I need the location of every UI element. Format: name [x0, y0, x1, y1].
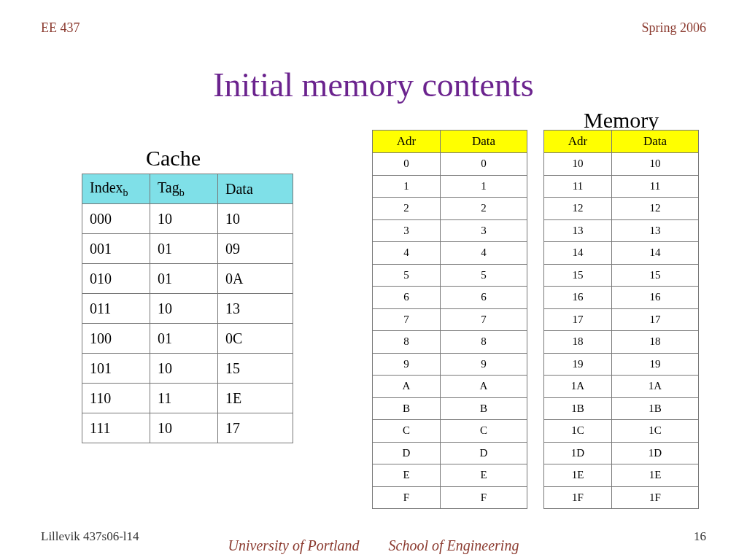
cache-cell-index: 110	[82, 384, 150, 413]
cache-cell-tag: 01	[150, 234, 218, 264]
table-row: 1E1E	[544, 464, 699, 487]
table-row: 0010109	[82, 234, 293, 264]
cache-cell-data: 0A	[218, 264, 293, 294]
table-row: BB	[373, 397, 527, 420]
table-row: 1B1B	[544, 397, 699, 420]
memory-header-adr: Adr	[373, 131, 441, 153]
mem-cell-adr: 14	[544, 242, 612, 265]
table-row: 11	[373, 175, 527, 198]
term: Spring 2006	[641, 20, 706, 36]
table-row: 1313	[544, 219, 699, 242]
table-row: CC	[373, 420, 527, 443]
mem-cell-adr: 16	[544, 287, 612, 309]
table-row: 44	[373, 242, 527, 265]
table-row: AA	[373, 376, 527, 398]
cache-cell-index: 010	[82, 264, 150, 294]
mem-cell-data: A	[441, 376, 527, 398]
table-row: 33	[373, 219, 527, 242]
mem-cell-adr: 1B	[544, 397, 612, 420]
mem-cell-adr: C	[373, 420, 441, 443]
cache-cell-index: 101	[82, 354, 150, 384]
cache-cell-data: 13	[218, 294, 293, 324]
mem-cell-adr: 19	[544, 353, 612, 376]
cache-header-tag: Tagb	[150, 174, 218, 204]
mem-cell-adr: 8	[373, 331, 441, 354]
table-row: 1111	[544, 175, 699, 198]
slide-header: EE 437 Spring 2006	[0, 20, 747, 36]
table-row: 77	[373, 308, 527, 331]
mem-cell-data: 18	[612, 331, 699, 354]
cache-cell-data: 09	[218, 234, 293, 264]
table-row: 100010C	[82, 324, 293, 354]
mem-cell-adr: 7	[373, 308, 441, 331]
cache-cell-index: 111	[82, 413, 150, 443]
cache-cell-tag: 10	[150, 204, 218, 234]
table-row: 1F1F	[544, 486, 699, 509]
table-row: DD	[373, 442, 527, 464]
mem-cell-adr: E	[373, 464, 441, 487]
mem-cell-adr: 1	[373, 175, 441, 198]
table-row: 22	[373, 198, 527, 220]
cache-header-row: Indexb Tagb Data	[82, 174, 293, 204]
cache-cell-tag: 10	[150, 354, 218, 384]
table-row: 1616	[544, 287, 699, 309]
cache-cell-tag: 01	[150, 264, 218, 294]
mem-cell-adr: 9	[373, 353, 441, 376]
table-row: 0001010	[82, 204, 293, 234]
cache-cell-data: 0C	[218, 324, 293, 354]
mem-cell-data: 7	[441, 308, 527, 331]
mem-cell-adr: 1C	[544, 420, 612, 443]
table-row: 010010A	[82, 264, 293, 294]
table-row: 55	[373, 264, 527, 287]
mem-cell-data: 1E	[612, 464, 699, 487]
memory-table-2: Adr Data 1010111112121313141415151616171…	[543, 130, 699, 509]
mem-cell-adr: 17	[544, 308, 612, 331]
mem-cell-data: E	[441, 464, 527, 487]
mem-cell-adr: 1A	[544, 376, 612, 398]
memory-header-row: Adr Data	[373, 131, 527, 153]
mem-cell-data: 10	[612, 153, 699, 176]
mem-cell-data: 8	[441, 331, 527, 354]
cache-cell-index: 001	[82, 234, 150, 264]
mem-cell-data: D	[441, 442, 527, 464]
mem-cell-data: 4	[441, 242, 527, 265]
university-footer: University of PortlandSchool of Engineer…	[0, 537, 747, 554]
table-row: 1A1A	[544, 376, 699, 398]
mem-cell-data: 9	[441, 353, 527, 376]
mem-cell-adr: 1D	[544, 442, 612, 464]
cache-cell-tag: 10	[150, 294, 218, 324]
cache-cell-index: 011	[82, 294, 150, 324]
cache-header-data: Data	[218, 174, 293, 204]
mem-cell-data: 1C	[612, 420, 699, 443]
mem-cell-data: 14	[612, 242, 699, 265]
mem-cell-data: 5	[441, 264, 527, 287]
mem-cell-adr: A	[373, 376, 441, 398]
mem-cell-adr: 1F	[544, 486, 612, 509]
mem-cell-data: 12	[612, 198, 699, 220]
memory-table-1: Adr Data 00112233445566778899AABBCCDDEEF…	[372, 130, 527, 509]
uop-left: University of Portland	[228, 537, 360, 553]
memory-header-data: Data	[612, 131, 699, 153]
mem-cell-adr: 11	[544, 175, 612, 198]
table-row: 1D1D	[544, 442, 699, 464]
table-row: 1515	[544, 264, 699, 287]
memory-header-data: Data	[441, 131, 527, 153]
cache-cell-index: 000	[82, 204, 150, 234]
mem-cell-adr: 6	[373, 287, 441, 309]
memory-heading: Memory	[584, 108, 659, 133]
mem-cell-data: 1F	[612, 486, 699, 509]
cache-cell-data: 1E	[218, 384, 293, 413]
slide-title: Initial memory contents	[0, 66, 747, 104]
cache-header-index: Indexb	[82, 174, 150, 204]
mem-cell-adr: 1E	[544, 464, 612, 487]
table-row: 88	[373, 331, 527, 354]
table-row: 1818	[544, 331, 699, 354]
mem-cell-data: F	[441, 486, 527, 509]
table-row: FF	[373, 486, 527, 509]
mem-cell-data: 1A	[612, 376, 699, 398]
mem-cell-data: 2	[441, 198, 527, 220]
cache-cell-data: 15	[218, 354, 293, 384]
table-row: 1010	[544, 153, 699, 176]
mem-cell-adr: 0	[373, 153, 441, 176]
mem-cell-adr: 4	[373, 242, 441, 265]
